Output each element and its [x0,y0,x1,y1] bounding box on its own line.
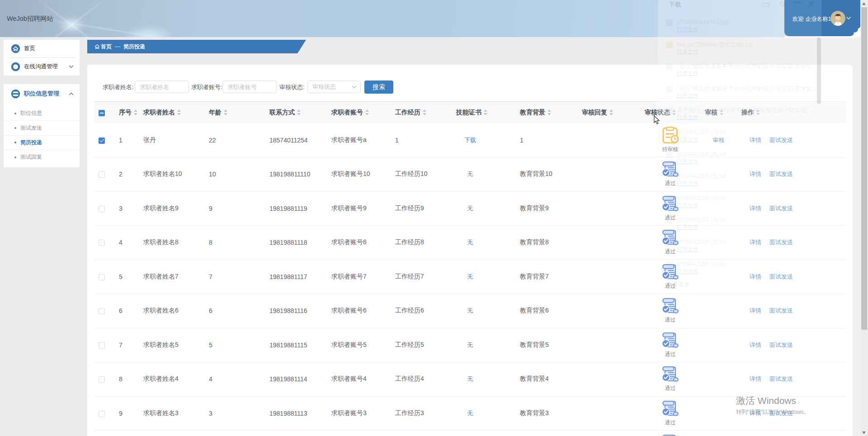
status-label: 通过 [665,384,676,392]
row-checkbox[interactable] [99,274,105,280]
select-all-checkbox[interactable] [99,110,105,116]
sidebar-subitem-面试发送[interactable]: 面试发送 [4,120,80,135]
send-interview-link[interactable]: 面试发送 [769,239,793,246]
row-checkbox[interactable] [99,240,105,246]
detail-link[interactable]: 详情 [750,171,761,177]
status-select[interactable]: 审核状态 [307,81,361,93]
skill-link[interactable]: 下载 [464,137,476,143]
skill-link[interactable]: 无 [467,205,473,212]
column-header-序号[interactable]: 序号 [114,102,139,123]
breadcrumb-home[interactable]: 首页 [101,43,112,51]
mouse-cursor [654,115,660,125]
row-checkbox[interactable] [99,308,105,314]
cell-name: 求职者姓名10 [139,157,204,192]
cell-skill: 无 [452,226,515,260]
search-button[interactable]: 搜索 [364,81,393,94]
sort-icon[interactable] [609,109,613,116]
detail-link[interactable]: 详情 [750,239,761,246]
sidebar-subitem-label: 面试回复 [20,153,42,161]
sidebar-item-job-mgmt[interactable]: 职位信息管理 [4,84,80,103]
column-header-审核回复[interactable]: 审核回复 [577,102,640,123]
row-checkbox[interactable] [99,206,105,212]
detail-link[interactable]: 详情 [750,375,761,382]
sidebar-item-comm[interactable]: 在线沟通管理 [4,58,80,76]
sidebar-subitem-职位信息[interactable]: 职位信息 [4,106,80,120]
row-checkbox[interactable] [99,171,105,178]
cell-no: 3 [114,191,139,226]
sort-icon[interactable] [134,109,138,116]
column-header-求职者账号[interactable]: 求职者账号 [327,102,391,123]
status-label: 通过 [665,248,676,256]
cell-reply [577,226,640,260]
scrollbar-thumb[interactable] [861,7,867,330]
detail-link[interactable]: 详情 [750,273,761,280]
sort-icon[interactable] [672,109,676,116]
scroll-up-arrow[interactable] [862,2,866,5]
send-interview-link[interactable]: 面试发送 [769,171,793,177]
column-header-审核状态[interactable]: 审核状态 [640,102,700,123]
send-interview-link[interactable]: 面试发送 [769,410,793,417]
sort-icon[interactable] [224,109,228,116]
detail-link[interactable]: 详情 [750,307,761,314]
status-badge: 通过 [662,366,679,392]
sort-icon[interactable] [484,109,488,116]
chat-circle-icon [11,62,20,71]
sort-icon[interactable] [177,109,181,116]
skill-link[interactable]: 无 [467,341,473,348]
row-checkbox[interactable] [99,376,105,383]
detail-link[interactable]: 详情 [750,205,761,212]
column-header-教育背景[interactable]: 教育背景 [515,102,577,123]
bullet-icon [14,142,16,143]
sort-icon[interactable] [365,109,369,116]
skill-link[interactable]: 无 [467,410,473,417]
sort-icon[interactable] [297,109,301,116]
scroll-down-arrow[interactable] [862,431,866,434]
sidebar-item-home[interactable]: 首页 [4,40,80,57]
row-checkbox[interactable] [99,342,105,349]
column-header-年龄[interactable]: 年龄 [204,102,265,123]
send-interview-link[interactable]: 面试发送 [769,341,793,348]
detail-link[interactable]: 详情 [750,341,761,348]
column-header-技能证书[interactable]: 技能证书 [452,102,515,123]
send-interview-link[interactable]: 面试发送 [769,375,793,382]
user-box[interactable]: 欢迎 企业名称1 [784,0,860,36]
sidebar-subitem-面试回复[interactable]: 面试回复 [4,150,80,164]
search-name-input[interactable] [135,81,189,93]
status-badge: 通过 [662,400,679,427]
sidebar-subitem-简历投递[interactable]: 简历投递 [4,135,80,150]
sort-icon[interactable] [756,109,760,116]
column-header-联系方式[interactable]: 联系方式 [265,102,327,123]
sidebar-card-top: 首页 在线沟通管理 [4,40,80,76]
row-checkbox[interactable] [99,137,105,144]
skill-link[interactable]: 无 [467,375,473,382]
skill-link[interactable]: 无 [467,273,473,280]
send-interview-link[interactable]: 面试发送 [769,137,793,143]
skill-link[interactable]: 无 [467,239,473,246]
cell-account: 求职者账号8 [327,226,391,260]
send-interview-link[interactable]: 面试发送 [769,205,793,212]
skill-link[interactable]: 无 [467,307,473,314]
sort-icon[interactable] [720,109,724,116]
send-interview-link[interactable]: 面试发送 [769,307,793,314]
row-checkbox[interactable] [99,411,105,417]
search-account-input[interactable] [222,81,277,93]
cell-edu: 教育背景4 [515,362,577,397]
avatar[interactable] [830,11,845,26]
cell-operations: 详情面试发送 [737,226,846,260]
open-file-link[interactable]: 打开文件 [677,48,698,56]
sort-icon[interactable] [547,109,552,116]
skill-link[interactable]: 无 [467,171,473,177]
send-interview-link[interactable]: 面试发送 [769,273,793,280]
detail-link[interactable]: 详情 [750,137,761,143]
review-link[interactable]: 审核 [713,137,725,143]
cell-no: 9 [114,396,139,431]
sort-icon[interactable] [423,109,427,116]
detail-link[interactable]: 详情 [750,410,761,417]
status-badge: 通过 [662,298,679,324]
chevron-down-icon[interactable] [846,16,851,20]
browser-scrollbar[interactable] [860,0,868,436]
column-header-工作经历[interactable]: 工作经历 [391,102,452,123]
column-header-操作[interactable]: 操作 [737,102,846,123]
column-header-审核[interactable]: 审核 [700,102,737,123]
column-header-求职者姓名[interactable]: 求职者姓名 [139,102,204,123]
